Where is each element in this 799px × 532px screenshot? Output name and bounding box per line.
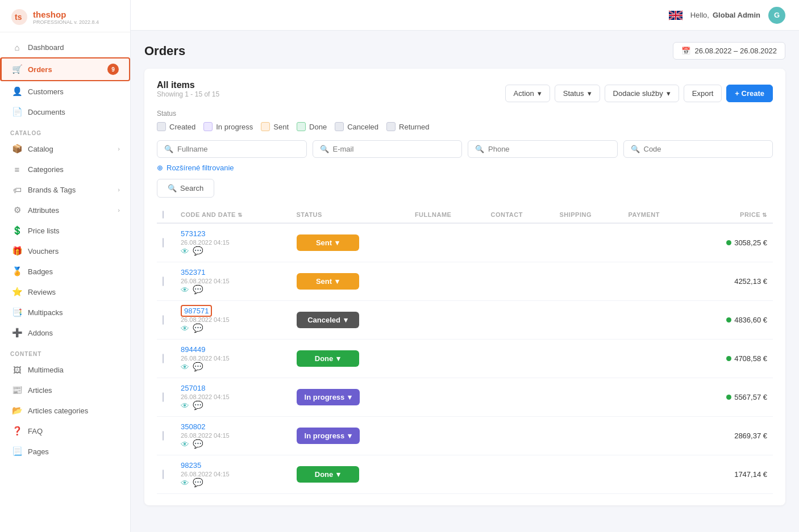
order-code[interactable]: 350802 — [181, 422, 205, 431]
message-icon[interactable]: 💬 — [193, 362, 203, 372]
advanced-filter-toggle[interactable]: ⊕ Rozšírené filtrovanie — [157, 164, 773, 172]
sidebar-nav: ⌂ Dashboard 🛒 Orders 9 👤 Customers 📄 Doc… — [0, 32, 130, 532]
sidebar-item-pages[interactable]: 📃 Pages — [0, 441, 130, 462]
sidebar-item-label: Addons — [28, 329, 53, 337]
sidebar-item-label: Categories — [28, 165, 64, 174]
message-icon[interactable]: 💬 — [193, 323, 203, 333]
vouchers-icon: 🎁 — [12, 246, 22, 256]
col-status: STATUS — [291, 207, 409, 223]
payment-cell — [622, 417, 690, 455]
sidebar-item-categories[interactable]: ≡ Categories — [0, 159, 130, 179]
select-all-checkbox[interactable] — [163, 211, 164, 219]
sidebar-item-articles[interactable]: 📰 Articles — [0, 380, 130, 400]
order-code[interactable]: 573123 — [181, 229, 205, 238]
search-button[interactable]: 🔍 Search — [157, 179, 214, 198]
status-button[interactable]: In progress ▾ — [297, 389, 360, 405]
code-input[interactable] — [644, 145, 766, 153]
code-date-cell: 350802 26.08.2022 04:15 👁 💬 — [175, 417, 291, 455]
row-checkbox[interactable] — [163, 315, 164, 325]
sidebar-item-faq[interactable]: ❓ FAQ — [0, 421, 130, 441]
sidebar-item-price-lists[interactable]: 💲 Price lists — [0, 220, 130, 241]
message-icon[interactable]: 💬 — [193, 477, 203, 488]
view-icon[interactable]: 👁 — [181, 439, 189, 449]
row-checkbox[interactable] — [163, 431, 164, 441]
row-checkbox[interactable] — [163, 470, 164, 479]
row-checkbox[interactable] — [163, 277, 164, 286]
status-chip-sent[interactable]: Sent — [261, 122, 289, 131]
col-price[interactable]: PRICE — [690, 207, 773, 223]
order-code[interactable]: 98235 — [181, 461, 201, 470]
order-actions: 👁 💬 — [181, 400, 285, 410]
sidebar-item-label: Reviews — [28, 288, 56, 296]
sidebar-item-vouchers[interactable]: 🎁 Vouchers — [0, 241, 130, 261]
status-button[interactable]: Done ▾ — [297, 466, 359, 483]
create-button[interactable]: + Create — [726, 85, 773, 102]
sidebar-item-dashboard[interactable]: ⌂ Dashboard — [0, 37, 130, 57]
dodacie-button[interactable]: Dodacie služby ▾ — [605, 85, 679, 102]
export-label: Export — [692, 89, 714, 98]
status-chip-created[interactable]: Created — [157, 122, 195, 131]
order-code[interactable]: 987571 — [181, 305, 212, 317]
sidebar-item-multimedia[interactable]: 🖼 Multimedia — [0, 359, 130, 380]
col-code-date[interactable]: CODE AND DATE — [175, 207, 291, 223]
user-avatar[interactable]: G — [768, 7, 785, 24]
status-button[interactable]: In progress ▾ — [297, 428, 360, 444]
sidebar-item-articles-categories[interactable]: 📂 Articles categories — [0, 400, 130, 421]
status-button[interactable]: Sent ▾ — [297, 273, 359, 290]
sidebar-item-documents[interactable]: 📄 Documents — [0, 102, 130, 122]
status-button[interactable]: Sent ▾ — [297, 234, 359, 251]
email-input[interactable] — [333, 145, 455, 153]
price-dot — [726, 356, 731, 361]
fullname-input[interactable] — [177, 145, 299, 153]
status-filter-button[interactable]: Status ▾ — [555, 85, 600, 102]
message-icon[interactable]: 💬 — [193, 439, 203, 449]
multimedia-icon: 🖼 — [12, 365, 22, 375]
row-checkbox-cell — [157, 417, 175, 455]
status-chip-done[interactable]: Done — [297, 122, 327, 131]
sidebar-item-badges[interactable]: 🏅 Badges — [0, 261, 130, 282]
view-icon[interactable]: 👁 — [181, 324, 189, 333]
sidebar-item-multipacks[interactable]: 📑 Multipacks — [0, 302, 130, 322]
sidebar-item-customers[interactable]: 👤 Customers — [0, 81, 130, 102]
status-chip-returned[interactable]: Returned — [386, 122, 429, 131]
sidebar-item-brands-tags[interactable]: 🏷 Brands & Tags › — [0, 179, 130, 200]
order-code[interactable]: 352371 — [181, 268, 205, 277]
row-checkbox[interactable] — [163, 238, 164, 248]
message-icon[interactable]: 💬 — [193, 400, 203, 410]
order-code[interactable]: 257018 — [181, 384, 205, 392]
card-title: All items — [157, 80, 219, 90]
message-icon[interactable]: 💬 — [193, 246, 203, 256]
row-checkbox[interactable] — [163, 354, 164, 363]
shipping-cell — [554, 455, 622, 494]
order-code[interactable]: 894449 — [181, 345, 205, 354]
view-icon[interactable]: 👁 — [181, 401, 189, 410]
sidebar-item-orders[interactable]: 🛒 Orders 9 — [0, 57, 130, 81]
status-chip-inprogress[interactable]: In progress — [203, 122, 253, 131]
table-row: 573123 26.08.2022 04:15 👁 💬 Sent ▾ 3058,… — [157, 223, 773, 262]
sidebar-item-label: Badges — [28, 267, 53, 276]
export-button[interactable]: Export — [684, 85, 722, 102]
view-icon[interactable]: 👁 — [181, 362, 189, 372]
message-icon[interactable]: 💬 — [193, 284, 203, 295]
date-range-button[interactable]: 📅 26.08.2022 – 26.08.2022 — [673, 42, 785, 60]
sidebar-item-reviews[interactable]: ⭐ Reviews — [0, 282, 130, 302]
sidebar-item-addons[interactable]: ➕ Addons — [0, 322, 130, 343]
view-icon[interactable]: 👁 — [181, 478, 189, 488]
card-subtitle: Showing 1 - 15 of 15 — [157, 90, 219, 98]
status-button[interactable]: Canceled ▾ — [297, 312, 359, 328]
search-icon: 🔍 — [164, 145, 173, 153]
sidebar-item-catalog[interactable]: 📦 Catalog › — [0, 139, 130, 159]
row-checkbox[interactable] — [163, 392, 164, 402]
shipping-cell — [554, 301, 622, 340]
view-icon[interactable]: 👁 — [181, 285, 189, 295]
orders-icon: 🛒 — [12, 64, 22, 74]
view-icon[interactable]: 👁 — [181, 246, 189, 256]
col-fullname: FULLNAME — [409, 207, 485, 223]
action-button[interactable]: Action ▾ — [505, 85, 550, 102]
status-button[interactable]: Done ▾ — [297, 350, 359, 367]
sidebar-item-attributes[interactable]: ⚙ Attributes › — [0, 200, 130, 220]
status-chip-canceled[interactable]: Canceled — [335, 122, 378, 131]
phone-input[interactable] — [488, 145, 610, 153]
status-dot-canceled — [335, 122, 344, 131]
language-selector[interactable] — [669, 10, 683, 20]
